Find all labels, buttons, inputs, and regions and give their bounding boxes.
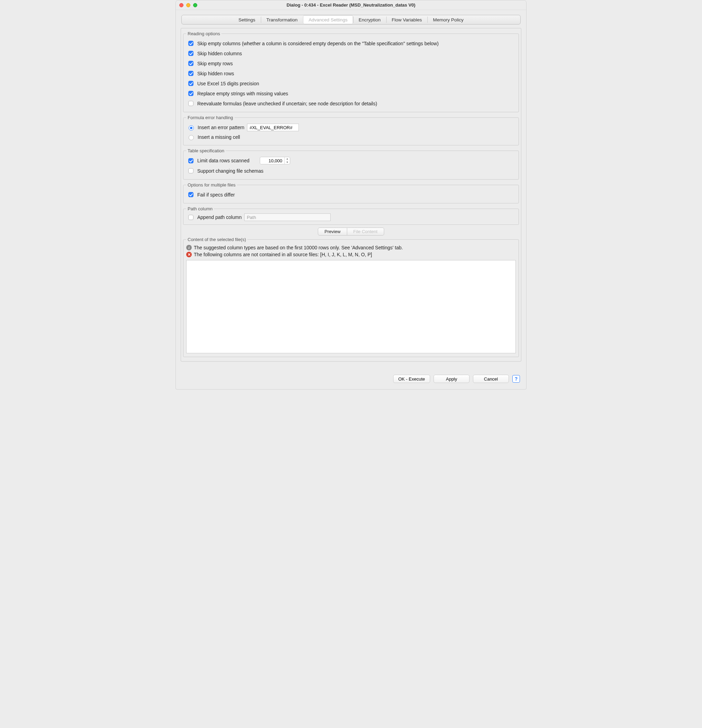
skip-hidden-rows-checkbox[interactable] — [188, 71, 194, 76]
window-controls — [176, 3, 197, 7]
limit-rows-value[interactable] — [260, 158, 284, 163]
replace-empty-strings-label: Replace empty strings with missing value… — [197, 91, 288, 96]
error-message-row: ✕ The following columns are not containe… — [186, 251, 516, 258]
ok-execute-button[interactable]: OK - Execute — [393, 375, 430, 383]
formula-error-group: Formula error handling Insert an error p… — [183, 115, 519, 145]
titlebar: Dialog - 0:434 - Excel Reader (MSD_Neutr… — [176, 0, 526, 10]
multiple-files-legend: Options for multiple files — [186, 182, 237, 188]
replace-empty-strings-checkbox[interactable] — [188, 91, 194, 96]
tab-encryption[interactable]: Encryption — [353, 15, 386, 24]
chevron-down-icon[interactable]: ▼ — [285, 160, 290, 164]
skip-hidden-columns-checkbox[interactable] — [188, 51, 194, 56]
error-message-text: The following columns are not contained … — [194, 252, 372, 257]
skip-hidden-columns-label: Skip hidden columns — [197, 51, 242, 56]
error-pattern-input[interactable] — [247, 124, 299, 131]
excel-15-digits-label: Use Excel 15 digits precision — [197, 81, 259, 86]
cancel-button[interactable]: Cancel — [473, 375, 509, 383]
skip-hidden-rows-label: Skip hidden rows — [197, 71, 234, 76]
info-message-row: i The suggested column types are based o… — [186, 244, 516, 251]
support-changing-schemas-label: Support changing file schemas — [197, 168, 263, 174]
path-column-name-input[interactable] — [244, 214, 331, 221]
append-path-column-checkbox[interactable] — [188, 215, 194, 220]
chevron-up-icon[interactable]: ▲ — [285, 157, 290, 160]
insert-error-pattern-label: Insert an error pattern — [198, 125, 244, 130]
info-icon: i — [186, 245, 192, 250]
minimize-window-button[interactable] — [186, 3, 190, 7]
preview-area — [186, 260, 516, 353]
window-title: Dialog - 0:434 - Excel Reader (MSD_Neutr… — [176, 3, 526, 7]
reading-options-group: Reading options Skip empty columns (whet… — [183, 31, 519, 112]
limit-rows-stepper[interactable]: ▲ ▼ — [284, 157, 290, 164]
tab-advanced-settings[interactable]: Advanced Settings — [303, 15, 353, 24]
insert-missing-cell-radio[interactable] — [189, 135, 194, 140]
apply-button[interactable]: Apply — [434, 375, 469, 383]
multiple-files-group: Options for multiple files Fail if specs… — [183, 182, 519, 204]
insert-missing-cell-label: Insert a missing cell — [198, 134, 240, 140]
limit-rows-spinner[interactable]: ▲ ▼ — [260, 157, 290, 165]
tabs-container: Settings Transformation Advanced Setting… — [176, 10, 526, 25]
zoom-window-button[interactable] — [193, 3, 197, 7]
insert-error-pattern-radio[interactable] — [189, 126, 194, 130]
reevaluate-formulas-label: Reevaluate formulas (leave unchecked if … — [197, 101, 377, 106]
preview-tab[interactable]: Preview — [318, 228, 347, 235]
info-message-text: The suggested column types are based on … — [194, 245, 403, 250]
skip-empty-columns-label: Skip empty columns (whether a column is … — [197, 41, 439, 46]
close-window-button[interactable] — [179, 3, 184, 7]
limit-rows-checkbox[interactable] — [188, 158, 194, 163]
path-column-group: Path column Append path column — [183, 206, 519, 225]
append-path-column-label: Append path column — [197, 214, 242, 220]
formula-error-legend: Formula error handling — [186, 115, 234, 120]
button-bar: OK - Execute Apply Cancel ? — [176, 364, 526, 389]
error-icon: ✕ — [186, 252, 192, 257]
excel-15-digits-checkbox[interactable] — [188, 81, 194, 86]
skip-empty-rows-checkbox[interactable] — [188, 61, 194, 66]
preview-toggle: Preview File Content — [183, 228, 519, 235]
tab-settings[interactable]: Settings — [233, 15, 261, 24]
path-column-legend: Path column — [186, 206, 214, 211]
table-specification-legend: Table specification — [186, 148, 226, 153]
skip-empty-rows-label: Skip empty rows — [197, 61, 233, 66]
limit-rows-label: Limit data rows scanned — [197, 158, 249, 163]
preview-group: Content of the selected file(s) i The su… — [183, 237, 519, 357]
file-content-tab[interactable]: File Content — [347, 228, 384, 235]
skip-empty-columns-checkbox[interactable] — [188, 41, 194, 46]
fail-if-specs-differ-checkbox[interactable] — [188, 192, 194, 197]
reevaluate-formulas-checkbox[interactable] — [188, 101, 194, 106]
dialog-window: Dialog - 0:434 - Excel Reader (MSD_Neutr… — [175, 0, 527, 390]
help-button[interactable]: ? — [512, 375, 520, 383]
tabs: Settings Transformation Advanced Setting… — [181, 15, 521, 25]
table-specification-group: Table specification Limit data rows scan… — [183, 148, 519, 179]
content-panel: Reading options Skip empty columns (whet… — [181, 28, 521, 361]
preview-legend: Content of the selected file(s) — [186, 237, 248, 242]
tab-memory-policy[interactable]: Memory Policy — [427, 15, 469, 24]
tab-transformation[interactable]: Transformation — [261, 15, 303, 24]
support-changing-schemas-checkbox[interactable] — [188, 168, 194, 173]
reading-options-legend: Reading options — [186, 31, 221, 36]
tab-flow-variables[interactable]: Flow Variables — [386, 15, 428, 24]
fail-if-specs-differ-label: Fail if specs differ — [197, 192, 235, 198]
